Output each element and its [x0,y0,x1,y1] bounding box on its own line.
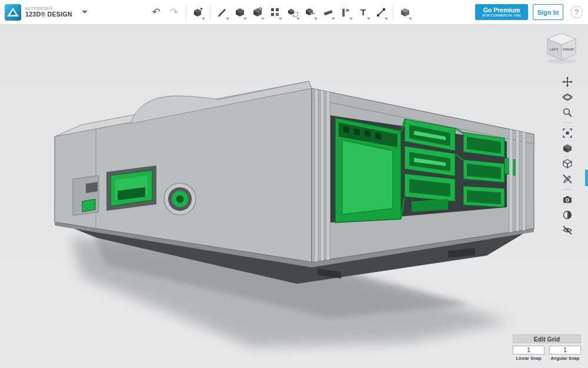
go-premium-sublabel: (FOR COMMERCIAL USE) [482,14,522,17]
sketch-icon [217,7,228,18]
material-view-button[interactable] [560,208,574,222]
hide-edges-button[interactable] [560,172,574,186]
hide-edges-icon [562,174,573,184]
pan-button[interactable] [560,75,574,89]
material-view-icon [562,210,573,220]
modify-cube-icon [252,7,263,18]
linear-snap-label: Linear Snap [516,356,542,361]
usb-port-slot [467,190,501,204]
edit-grid-title[interactable]: Edit Grid [513,334,581,343]
shaded-view-button[interactable] [560,141,574,155]
fit-button[interactable] [560,126,574,140]
orbit-button[interactable] [560,90,574,104]
angular-snap-cell: Angular Snap [549,346,581,361]
ethernet-face [342,140,393,214]
front-face-left-ribs [315,89,330,262]
sketch-menu-button[interactable] [213,3,231,22]
text-tool-icon: T [360,7,366,17]
side-panel-handle[interactable] [585,170,588,186]
help-button[interactable]: ? [570,6,583,18]
view-cube[interactable]: LEFT FRONT [543,31,580,65]
linear-snap-cell: Linear Snap [513,346,544,361]
material-cube-icon [400,7,410,18]
viewport[interactable]: LEFT FRONT [0,25,588,368]
primitives-cube-icon [193,7,203,18]
navigation-toolbar [560,74,575,238]
toolbar-separator [210,5,211,20]
redo-button[interactable]: ↷ [165,3,183,22]
zoom-icon [562,107,573,118]
combine-cubes-icon [305,7,316,18]
brand-line2: 123D® DESIGN [25,11,72,18]
usb-stack-middle [405,119,455,201]
toolbar-separator [186,5,186,20]
model-case [55,81,534,347]
nav-separator [563,122,572,123]
outline-view-icon [562,158,573,169]
app-logo-icon[interactable] [5,4,21,21]
go-premium-button[interactable]: Go Premium (FOR COMMERCIAL USE) [475,4,528,20]
orbit-icon [562,92,573,102]
usb-stack-right [463,132,505,207]
construct-menu-button[interactable] [231,3,249,22]
pattern-menu-button[interactable] [266,3,284,22]
combine-menu-button[interactable] [302,3,319,22]
screenshot-camera-icon [562,194,573,205]
linear-snap-input[interactable] [513,346,544,354]
measure-menu-button[interactable] [319,3,337,22]
screenshot-button[interactable] [560,193,574,207]
top-toolbar: AUTODESK® 123D® DESIGN ↶ ↷ [0,0,588,25]
modify-menu-button[interactable] [249,3,266,22]
nav-separator [563,189,572,190]
outline-view-button[interactable] [560,157,574,171]
jack-center [176,195,184,203]
undo-button[interactable]: ↶ [148,3,165,22]
go-premium-label: Go Premium [483,7,520,14]
angular-snap-label: Angular Snap [551,356,580,361]
text-menu-button[interactable]: T [355,3,372,22]
front-face-right-ribs [509,129,526,233]
material-menu-button[interactable] [396,3,414,22]
app-menu-chevron-icon[interactable] [78,6,91,19]
view-cube-left-label: LEFT [550,48,559,51]
snap-icon [376,7,386,18]
edit-grid-inputs: Linear Snap Angular Snap [513,346,581,361]
ruler-menu-button[interactable] [337,3,355,22]
toggle-visibility-button[interactable] [560,223,574,237]
sign-in-button[interactable]: Sign In [533,4,563,20]
edit-grid-panel: Edit Grid Linear Snap Angular Snap [513,334,581,361]
left-notch-recess [86,182,98,193]
viewport-canvas[interactable] [0,25,588,368]
toggle-visibility-icon [562,225,573,236]
toolbar-separator [393,5,393,20]
undo-icon: ↶ [152,6,161,18]
pan-icon [562,77,573,87]
ethernet-pin [343,126,349,133]
ruler-icon [340,7,351,18]
angular-snap-input[interactable] [549,346,581,354]
fit-icon [562,128,573,138]
grouping-cubes-icon [288,7,298,18]
left-notch-green-part [82,199,95,212]
shaded-view-icon [562,143,573,154]
pattern-grid-icon [270,7,280,18]
ethernet-pin [354,128,360,135]
snap-menu-button[interactable] [372,3,390,22]
primitives-menu-button[interactable] [189,3,207,22]
ethernet-pin [375,132,381,140]
zoom-button[interactable] [560,105,574,120]
ethernet-pin [365,130,370,137]
redo-icon: ↷ [170,6,178,18]
grouping-menu-button[interactable] [284,3,302,22]
app-title: AUTODESK® 123D® DESIGN [25,6,72,18]
construct-cube-icon [235,7,245,18]
measure-ruler-icon [323,7,333,18]
view-cube-front-label: FRONT [563,48,575,51]
